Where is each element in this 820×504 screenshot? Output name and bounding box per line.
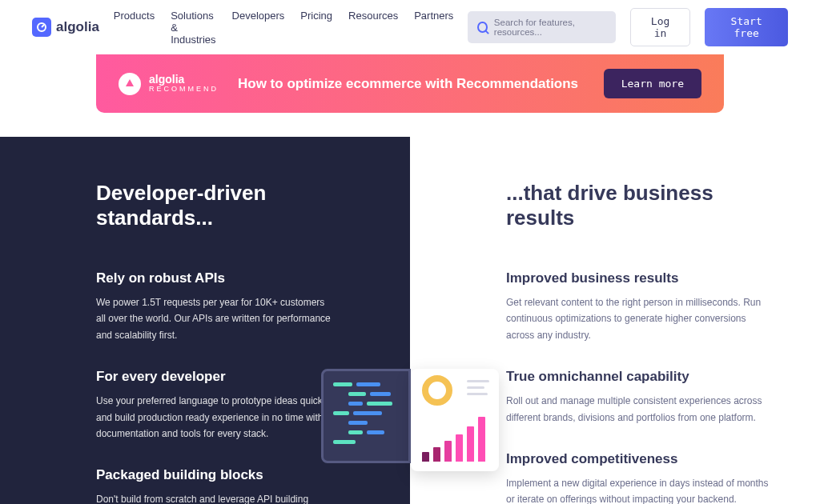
login-button[interactable]: Log in [630, 8, 690, 46]
feature-body: Don't build from scratch and leverage AP… [96, 491, 334, 504]
left-title: Developer-driven standards... [96, 181, 334, 230]
feature-apis: Rely on robust APIs We power 1.5T reques… [96, 270, 334, 343]
site-header: algolia Products Solutions & Industries … [0, 0, 820, 54]
feature-title: Rely on robust APIs [96, 270, 334, 286]
feature-body: Implement a new digital experience in da… [506, 475, 772, 504]
feature-blocks: Packaged building blocks Don't build fro… [96, 467, 334, 504]
feature-body: We power 1.5T requests per year for 10K+… [96, 294, 334, 343]
banner-headline: How to optimize ecommerce with Recommend… [238, 76, 585, 92]
feature-results: Improved business results Get relevant c… [506, 270, 772, 343]
nav-pricing[interactable]: Pricing [300, 10, 332, 46]
brand-logo[interactable]: algolia [32, 18, 99, 37]
feature-body: Use your preferred language to prototype… [96, 393, 334, 442]
feature-competitiveness: Improved competitiveness Implement a new… [506, 451, 772, 504]
recommend-icon [119, 73, 141, 95]
search-placeholder: Search for features, resources... [494, 18, 606, 37]
center-illustration [321, 369, 499, 471]
feature-title: Improved competitiveness [506, 451, 772, 467]
code-card-illustration [321, 369, 411, 463]
nav-resources[interactable]: Resources [348, 10, 398, 46]
search-input[interactable]: Search for features, resources... [468, 11, 616, 43]
chart-card-illustration [411, 369, 499, 471]
banner-brand: algolia [149, 74, 219, 86]
nav-partners[interactable]: Partners [414, 10, 453, 46]
search-icon [477, 22, 488, 33]
banner-logo: algolia RECOMMEND [119, 73, 219, 95]
feature-title: Packaged building blocks [96, 467, 334, 483]
logo-icon [32, 18, 51, 37]
feature-title: Improved business results [506, 270, 772, 286]
feature-title: For every developer [96, 369, 334, 385]
promo-banner: algolia RECOMMEND How to optimize ecomme… [96, 54, 724, 113]
feature-title: True omnichannel capability [506, 369, 772, 385]
two-column-section: Developer-driven standards... Rely on ro… [0, 137, 820, 504]
main-nav: Products Solutions & Industries Develope… [114, 10, 453, 46]
brand-name: algolia [56, 19, 99, 35]
feature-developer: For every developer Use your preferred l… [96, 369, 334, 442]
start-free-button[interactable]: Start free [705, 8, 788, 46]
learn-more-button[interactable]: Learn more [604, 69, 701, 98]
bar-chart-icon [422, 417, 485, 462]
right-title: ...that drive business results [506, 181, 772, 230]
feature-omnichannel: True omnichannel capability Roll out and… [506, 369, 772, 426]
nav-products[interactable]: Products [114, 10, 155, 46]
nav-solutions[interactable]: Solutions & Industries [171, 10, 215, 46]
feature-body: Get relevant content to the right person… [506, 294, 772, 343]
banner-subbrand: RECOMMEND [149, 86, 219, 94]
nav-developers[interactable]: Developers [232, 10, 285, 46]
banner-container: algolia RECOMMEND How to optimize ecomme… [0, 54, 820, 137]
feature-body: Roll out and manage multiple consistent … [506, 393, 772, 426]
donut-icon [422, 375, 452, 406]
